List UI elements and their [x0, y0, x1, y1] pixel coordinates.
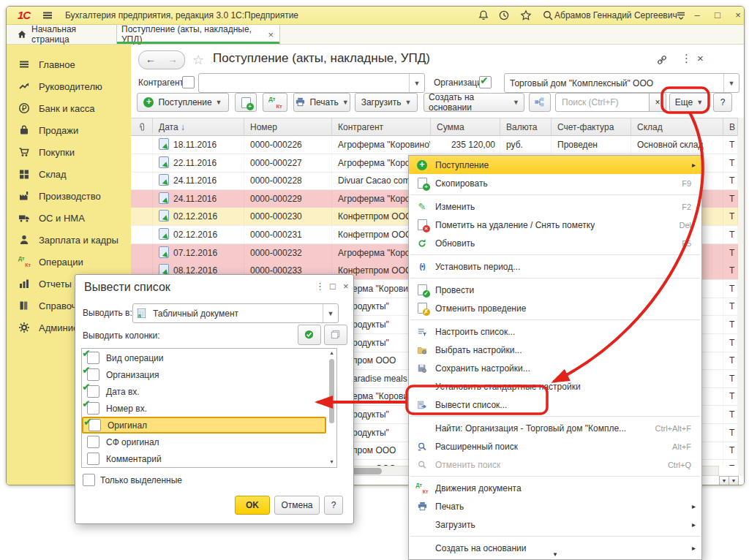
minimize-button[interactable]: –	[690, 9, 704, 22]
menu-item-25[interactable]: Загрузить▸	[409, 515, 701, 534]
table-row[interactable]: 18.11.20160000-000226Агроферма "Коровино…	[131, 136, 738, 154]
create-based-on-button[interactable]: Создать на основании▼	[424, 93, 524, 112]
column-checkbox[interactable]	[87, 453, 99, 465]
scroll-end-button-2[interactable]: ▼	[729, 476, 739, 485]
column-checkbox[interactable]	[87, 402, 99, 415]
column-header-date[interactable]: Дата ↓	[153, 118, 244, 136]
contragent-filter-combo[interactable]: ▼	[198, 73, 425, 93]
sidebar-item-1[interactable]: Главное	[7, 53, 131, 75]
dialog-help-button[interactable]: ?	[324, 496, 343, 515]
close-window-button[interactable]: ×	[731, 9, 745, 22]
menu-item-19[interactable]: Найти: Организация - Торговый дом "Компл…	[409, 419, 701, 437]
load-button[interactable]: Загрузить▼	[355, 93, 418, 112]
sidebar-item-9[interactable]: Зарплата и кадры	[7, 229, 131, 251]
tab-close-icon[interactable]: ×	[268, 29, 274, 40]
menu-item-8[interactable]: (•)Установить период...	[409, 257, 701, 276]
column-header-currency[interactable]: Валюта	[500, 118, 552, 136]
column-checkbox[interactable]	[87, 436, 99, 448]
tab-receipts[interactable]: Поступление (акты, накладные, УПД)×	[116, 25, 280, 44]
menu-item-14[interactable]: Выбрать настройки...	[409, 341, 701, 359]
column-header-num[interactable]: Номер	[244, 118, 332, 136]
notifications-bell-icon[interactable]	[478, 10, 489, 21]
column-option[interactable]: СФ оригинал	[82, 434, 326, 450]
list-scrollbar[interactable]: ▲▼	[328, 349, 336, 466]
column-option[interactable]: Дата вх.	[82, 383, 326, 400]
sidebar-item-8[interactable]: ОС и НМА	[7, 207, 131, 229]
menu-item-13[interactable]: Настроить список...	[409, 322, 701, 341]
dialog-more-icon[interactable]: ⋮	[315, 281, 325, 292]
menu-item-15[interactable]: Сохранить настройки...	[409, 359, 701, 377]
sidebar-item-2[interactable]: Руководителю	[7, 75, 131, 97]
dialog-maximize-icon[interactable]: □	[330, 281, 336, 292]
uncheck-all-button[interactable]	[324, 325, 347, 345]
menu-item-16[interactable]: Установить стандартные настройки	[409, 377, 701, 396]
vertical-scrollbar[interactable]	[738, 118, 744, 476]
check-all-button[interactable]	[298, 325, 321, 345]
column-header-warehouse[interactable]: Склад	[631, 118, 723, 136]
scroll-down-icon[interactable]: ▼	[329, 459, 334, 464]
create-receipt-button[interactable]: + Поступление▼	[137, 93, 229, 112]
menu-item-6[interactable]: ОбновитьF5	[409, 234, 701, 252]
main-menu-icon[interactable]	[42, 10, 53, 21]
menu-item-1[interactable]: +Поступление▸	[409, 156, 701, 174]
scroll-up-icon[interactable]: ▲	[329, 350, 334, 355]
column-option[interactable]: Организация	[82, 366, 326, 383]
clear-search-button[interactable]: ×	[649, 93, 666, 112]
column-checkbox[interactable]	[87, 352, 99, 364]
help-button[interactable]: ?	[713, 93, 732, 112]
ok-button[interactable]: OK	[235, 496, 270, 515]
sidebar-item-5[interactable]: Покупки	[7, 141, 131, 163]
search-icon[interactable]	[542, 10, 554, 21]
column-header-vid[interactable]: В	[723, 118, 738, 136]
scroll-end-button[interactable]: ▼	[719, 476, 729, 485]
history-icon[interactable]	[498, 10, 510, 21]
menu-item-10[interactable]: ✓Провести	[409, 281, 701, 299]
sidebar-item-3[interactable]: Банк и касса	[7, 97, 131, 119]
menu-item-20[interactable]: Расширенный поискAlt+F	[409, 437, 701, 455]
column-header-contragent[interactable]: Контрагент	[332, 118, 431, 136]
favorites-star-icon[interactable]	[520, 10, 532, 21]
maximize-button[interactable]: □	[710, 9, 725, 22]
organization-filter-combo[interactable]: Торговый дом "Комплексный" ООО▼	[504, 73, 739, 93]
column-option[interactable]: Номер вх.	[82, 400, 326, 417]
selected-only-checkbox[interactable]	[83, 474, 95, 486]
column-checkbox[interactable]	[87, 368, 99, 381]
dialog-close-icon[interactable]: ×	[343, 281, 349, 292]
dt-kt-button[interactable]: ДтКт	[263, 93, 287, 112]
print-button[interactable]: Печать▼	[293, 93, 350, 112]
column-checkbox[interactable]	[87, 385, 99, 398]
output-type-combo[interactable]: a Табличный документ▼	[132, 303, 339, 323]
sidebar-item-7[interactable]: Производство	[7, 185, 131, 207]
close-form-icon[interactable]: ×	[697, 52, 704, 64]
paperclip-icon[interactable]	[131, 118, 153, 134]
column-option[interactable]: Оригинал	[82, 417, 326, 434]
column-option[interactable]: Вид операции	[82, 349, 326, 366]
more-actions-button[interactable]: Еще▼	[669, 93, 709, 112]
copy-document-button[interactable]: +	[235, 93, 257, 112]
sidebar-item-10[interactable]: ДтКтОперации	[7, 251, 131, 273]
service-menu-icon[interactable]	[675, 10, 687, 21]
menu-item-17[interactable]: Вывести список...	[409, 396, 701, 414]
sidebar-item-4[interactable]: Продажи	[7, 119, 131, 141]
search-input[interactable]	[560, 97, 650, 108]
favorite-star-icon[interactable]: ☆	[192, 52, 204, 68]
contragent-filter-checkbox[interactable]	[182, 76, 195, 88]
nav-forward-button[interactable]: →	[161, 50, 185, 69]
menu-item-23[interactable]: ДтКтДвижения документа	[409, 479, 701, 497]
list-scroll-thumb[interactable]	[329, 359, 334, 423]
cancel-button[interactable]: Отмена	[274, 496, 320, 515]
menu-item-21[interactable]: Отменить поискCtrl+Q	[409, 455, 701, 474]
menu-item-11[interactable]: ✗Отменить проведение	[409, 299, 701, 317]
menu-item-5[interactable]: ×Пометить на удаление / Снять пометкуDel	[409, 216, 701, 234]
menu-item-2[interactable]: +СкопироватьF9	[409, 174, 701, 192]
column-header-invoice[interactable]: Счет-фактура	[552, 118, 631, 136]
column-header-sum[interactable]: Сумма	[431, 118, 500, 136]
column-checkbox[interactable]	[89, 419, 101, 431]
organization-filter-checkbox[interactable]	[479, 76, 492, 88]
nav-back-button[interactable]: ←	[138, 50, 163, 69]
tab-home[interactable]: Начальная страница	[10, 25, 116, 44]
more-options-icon[interactable]: ⋮	[681, 52, 692, 65]
sidebar-item-6[interactable]: Склад	[7, 163, 131, 185]
menu-item-4[interactable]: ✎ИзменитьF2	[409, 197, 701, 216]
column-option[interactable]: Комментарий	[82, 450, 326, 467]
